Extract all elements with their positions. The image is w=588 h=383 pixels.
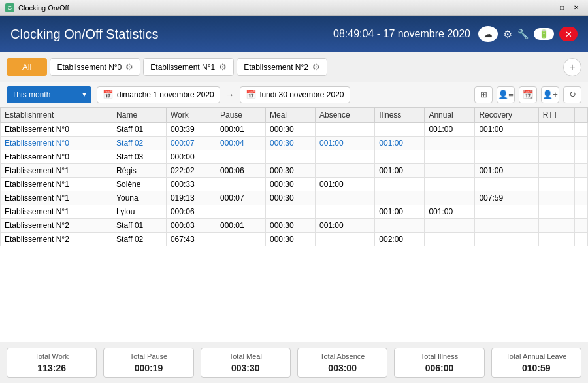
cell-establishment: Etablissement N°0 <box>1 150 112 164</box>
cell-rtt <box>538 192 574 205</box>
cell-work: 003:39 <box>166 123 216 137</box>
cell-absence: 001:00 <box>316 219 375 233</box>
tab-gear-icon-2[interactable]: ⚙ <box>312 62 320 72</box>
col-extra <box>575 108 588 123</box>
header-datetime: 08:49:04 - 17 novembre 2020 <box>333 28 470 40</box>
cell-illness <box>375 192 425 205</box>
user-list-button[interactable]: 👤≡ <box>497 86 515 103</box>
tab-label-1: Etablissement N°1 <box>150 63 215 72</box>
cell-pause <box>216 205 265 219</box>
cell-pause <box>216 150 265 164</box>
user-add-button[interactable]: 👤+ <box>541 86 559 103</box>
tab-gear-icon-0[interactable]: ⚙ <box>125 62 133 72</box>
tab-establishment-0[interactable]: Etablissement N°0 ⚙ <box>50 58 140 76</box>
tab-all[interactable]: All <box>7 58 47 76</box>
cell-extra <box>575 178 588 192</box>
cell-work: 022:02 <box>166 164 216 178</box>
tab-establishment-1[interactable]: Etablissement N°1 ⚙ <box>143 58 234 76</box>
period-select[interactable]: This month Last month Custom <box>7 86 91 103</box>
end-date-field[interactable]: 📅 lundi 30 novembre 2020 <box>240 86 350 103</box>
cell-name[interactable]: Staff 02 <box>112 137 167 150</box>
cell-pause <box>216 178 265 192</box>
table-row: Etablissement N°1 Régis 022:02 000:06 00… <box>1 164 588 178</box>
cell-meal: 000:30 <box>265 219 315 233</box>
footer-card-label: Total Work <box>14 352 90 360</box>
cell-absence: 001:00 <box>316 178 375 192</box>
col-illness: Illness <box>375 108 425 123</box>
cell-annual <box>425 219 475 233</box>
cell-annual <box>425 233 475 246</box>
cell-illness: 001:00 <box>375 205 425 219</box>
cell-establishment: Etablissement N°1 <box>1 192 112 205</box>
cell-name: Lylou <box>112 205 167 219</box>
cell-illness <box>375 178 425 192</box>
tab-gear-icon-1[interactable]: ⚙ <box>219 62 227 72</box>
col-rtt: RTT <box>538 108 574 123</box>
cell-establishment: Etablissement N°2 <box>1 233 112 246</box>
cell-pause: 000:01 <box>216 219 265 233</box>
cell-work: 000:00 <box>166 150 216 164</box>
cell-absence <box>316 192 375 205</box>
cell-name: Staff 01 <box>112 123 167 137</box>
cell-rtt <box>538 219 574 233</box>
cell-rtt <box>538 233 574 246</box>
header-close-button[interactable]: ✕ <box>559 27 578 41</box>
cell-recovery <box>475 178 538 192</box>
cell-extra <box>575 164 588 178</box>
cell-rtt <box>538 123 574 137</box>
cell-establishment: Etablissement N°1 <box>1 178 112 192</box>
table-row: Etablissement N°0 Staff 02 000:07 000:04… <box>1 137 588 150</box>
app-icon: C <box>5 3 14 12</box>
maximize-button[interactable]: □ <box>555 3 568 13</box>
title-bar-left: C Clocking On/Off <box>5 3 69 12</box>
cell-pause: 000:04 <box>216 137 265 150</box>
col-work: Work <box>166 108 216 123</box>
start-date-value: dimanche 1 novembre 2020 <box>117 90 214 99</box>
table-wrapper: Establishment Name Work Pause Meal Absen… <box>0 107 588 342</box>
cell-absence: 001:00 <box>316 137 375 150</box>
cell-name: Solène <box>112 178 167 192</box>
cell-establishment[interactable]: Etablissement N°0 <box>1 137 112 150</box>
cell-meal: 000:30 <box>265 178 315 192</box>
footer-card: Total Meal 003:30 <box>201 348 291 378</box>
footer-card-value: 003:30 <box>208 363 284 373</box>
cell-illness <box>375 219 425 233</box>
footer-card-value: 006:00 <box>401 363 477 373</box>
calendar-view-button[interactable]: 📆 <box>519 86 537 103</box>
cell-illness <box>375 150 425 164</box>
cell-absence <box>316 150 375 164</box>
cell-work: 000:07 <box>166 137 216 150</box>
cell-absence <box>316 233 375 246</box>
footer-card-value: 113:26 <box>14 363 90 373</box>
main-content: Establishment Name Work Pause Meal Absen… <box>0 107 588 383</box>
title-bar-text: Clocking On/Off <box>18 4 69 12</box>
key-icon[interactable]: 🔧 <box>517 29 529 39</box>
header-icons: ☁ ⚙ 🔧 🔋 ✕ <box>478 26 578 42</box>
minimize-button[interactable]: — <box>541 3 554 13</box>
close-button[interactable]: ✕ <box>570 3 583 13</box>
footer: Total Work 113:26 Total Pause 000:19 Tot… <box>0 342 588 383</box>
export-button[interactable]: ⊞ <box>474 86 493 103</box>
refresh-button[interactable]: ↻ <box>563 86 581 103</box>
end-date-calendar-icon: 📅 <box>246 90 256 99</box>
add-establishment-button[interactable]: + <box>563 58 581 76</box>
title-bar-controls: — □ ✕ <box>541 3 583 13</box>
footer-card-value: 000:19 <box>110 363 186 373</box>
start-date-field[interactable]: 📅 dimanche 1 novembre 2020 <box>97 86 220 103</box>
cell-name: Régis <box>112 164 167 178</box>
col-establishment: Establishment <box>1 108 112 123</box>
start-date-calendar-icon: 📅 <box>103 90 113 99</box>
table-row: Etablissement N°2 Staff 02 067:43 000:30… <box>1 233 588 246</box>
table-row: Etablissement N°2 Staff 01 000:03 000:01… <box>1 219 588 233</box>
tab-establishment-2[interactable]: Etablissement N°2 ⚙ <box>237 58 327 76</box>
cell-meal: 000:30 <box>265 123 315 137</box>
footer-card: Total Annual Leave 010:59 <box>491 348 581 378</box>
cell-pause: 000:06 <box>216 164 265 178</box>
header: Clocking On/Off Statistics 08:49:04 - 17… <box>0 16 588 52</box>
cell-annual <box>425 164 475 178</box>
cell-rtt <box>538 150 574 164</box>
cell-meal <box>265 205 315 219</box>
settings-icon[interactable]: ⚙ <box>503 28 512 41</box>
footer-card-value: 003:00 <box>304 363 380 373</box>
cell-work: 019:13 <box>166 192 216 205</box>
